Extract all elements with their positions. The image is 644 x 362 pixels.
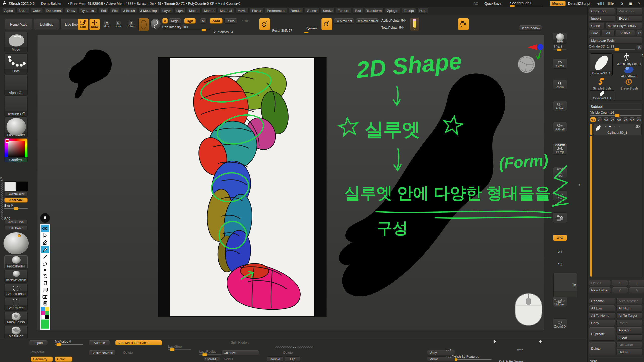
swatch-yellow[interactable]: [45, 307, 49, 311]
del-all-button[interactable]: Del All: [616, 349, 643, 355]
stroke-icon-button[interactable]: S: [259, 18, 270, 30]
make-polymesh3d-button[interactable]: Make PolyMesh3D: [606, 23, 643, 29]
camera-icon-button[interactable]: B: [458, 18, 469, 30]
line-tool-icon[interactable]: [41, 253, 49, 260]
menu-zscript[interactable]: Zscript: [402, 8, 416, 14]
menu-color[interactable]: Color: [31, 8, 43, 14]
cylinder-small-tool[interactable]: Cylinder3D_1: [590, 90, 614, 100]
menu-jmodeling[interactable]: J-Modeling: [138, 8, 159, 14]
panel-collapse-left-icon[interactable]: ◀ǁǁǁ: [597, 2, 604, 6]
replay-last-button[interactable]: ReplayLast: [334, 18, 354, 24]
screenshot-camera-icon[interactable]: [41, 293, 49, 300]
append-button[interactable]: Append: [616, 327, 643, 333]
eye-icon[interactable]: [41, 225, 49, 232]
menu-draw[interactable]: Draw: [65, 8, 77, 14]
close-icon[interactable]: ×: [638, 1, 640, 6]
color-sphere[interactable]: [4, 232, 29, 254]
deep-shadow-button[interactable]: DeepShadow: [519, 25, 542, 31]
lazystep-slider[interactable]: LazyStep: [168, 345, 191, 350]
material-thumbnail[interactable]: FastShader: [4, 117, 28, 138]
brush-slot-masklasso[interactable]: MaskLasso: [4, 312, 28, 325]
geometry-button[interactable]: Geometry: [31, 356, 53, 362]
texture-on-button[interactable]: Texture On: [554, 299, 568, 306]
export-button[interactable]: Export: [616, 15, 643, 22]
polish-features-toggle[interactable]: [494, 340, 496, 343]
subtool-tab-v3[interactable]: V3: [603, 117, 609, 122]
zsub-button[interactable]: Zsub: [224, 18, 237, 24]
actual-button[interactable]: x1 Actual: [553, 101, 567, 111]
auto-mask-fibermesh-button[interactable]: Auto Mask FiberMesh: [115, 340, 162, 345]
mrgb-button[interactable]: Mrgb: [169, 18, 181, 24]
brush-slot-selectrect[interactable]: SelectRect: [4, 298, 28, 311]
see-through-slider[interactable]: See-through 0: [510, 1, 543, 6]
alpha-thumbnail[interactable]: Alpha Off: [4, 75, 28, 96]
spix-slider[interactable]: SPix 3: [553, 45, 567, 50]
menu-light[interactable]: Light: [174, 8, 186, 14]
all-to-target-button[interactable]: All To Target: [616, 312, 643, 319]
polypaint-half-icon[interactable]: ◐: [614, 124, 616, 128]
menu-layer[interactable]: Layer: [160, 8, 173, 14]
material-slot-basicmaterial[interactable]: BasicMaterialB: [4, 270, 28, 283]
subtool-item[interactable]: ▾ ● ◐ ◑ Cylinder3D_1: [593, 124, 641, 135]
visibility-eye-icon[interactable]: [635, 125, 640, 128]
material-slot-fastshader[interactable]: FastShader: [4, 255, 28, 269]
alternate-button[interactable]: Alternate: [4, 198, 28, 203]
double-button[interactable]: Double: [267, 356, 283, 362]
menu-brush[interactable]: Brush: [16, 8, 29, 14]
polypaint-on-icon[interactable]: ●: [609, 124, 611, 128]
eraser-icon[interactable]: [41, 260, 49, 267]
swatch-green[interactable]: [45, 311, 49, 315]
subtool-scrollbar-track[interactable]: [590, 136, 592, 277]
tray-collapse-icon[interactable]: ▶◀: [1, 176, 3, 182]
zcut-button[interactable]: Zcut: [242, 19, 248, 23]
zadd-button[interactable]: Zadd: [210, 18, 223, 24]
timer-off-icon[interactable]: [41, 239, 49, 246]
menu-file[interactable]: File: [110, 8, 120, 14]
gravity-pencil-icon[interactable]: [410, 18, 419, 31]
zscript-button[interactable]: DefaultZScript: [568, 2, 590, 6]
scroll-button[interactable]: Scroll: [553, 59, 567, 69]
swatch-white[interactable]: [41, 315, 45, 319]
alphabrush-tool[interactable]: AlphaBrush: [614, 66, 644, 78]
minimize-icon[interactable]: ⊻: [621, 2, 624, 6]
goz-all-button[interactable]: All: [601, 30, 615, 36]
accucurve-button[interactable]: AccuCurve: [4, 220, 28, 225]
panel-collapse-right-icon[interactable]: ǁǁǁ▶: [607, 2, 614, 6]
color-palette[interactable]: [41, 307, 49, 319]
subtool-tab-v1[interactable]: V1: [590, 117, 596, 122]
zoom-button[interactable]: Zoom: [553, 80, 567, 90]
subtool-tab-v7[interactable]: V7: [629, 117, 635, 122]
surface-button[interactable]: Surface: [89, 340, 110, 345]
menu-macro[interactable]: Macro: [187, 8, 201, 14]
menu-texture[interactable]: Texture: [336, 8, 351, 14]
import-button[interactable]: Import: [589, 15, 615, 22]
lightbox-tools-button[interactable]: Lightbox▶Tools: [589, 37, 643, 43]
delete-layer-button[interactable]: Delete: [123, 351, 133, 354]
menu-dynamics[interactable]: Dynamics: [78, 8, 97, 14]
delete-button[interactable]: Delete: [589, 342, 615, 355]
restore-icon[interactable]: ▣: [629, 2, 632, 6]
stroke-thumbnail[interactable]: Dots: [4, 53, 28, 74]
brush-slot-maskpen[interactable]: MaskPen: [4, 326, 28, 339]
unify-xyz-label[interactable]: X Y Z: [446, 349, 451, 351]
document-canvas[interactable]: 2D Shape 실루엣 (Form) 실루엣 안에 다양한 형태들을 구성: [30, 33, 552, 339]
backfacemask-button[interactable]: BackfaceMask: [89, 350, 116, 355]
dynamic-toggle[interactable]: Dynamic: [306, 27, 318, 30]
pen-icon[interactable]: [41, 246, 49, 253]
rgb-intensity-slider[interactable]: Rgb Intensity 100: [162, 25, 210, 30]
active-tool-slider[interactable]: Cylinder3D_1. 33: [589, 44, 635, 50]
subtool-expand-icon[interactable]: ▾: [605, 124, 606, 128]
subtool-tab-v8[interactable]: V8: [636, 117, 641, 122]
paste-tool-button[interactable]: Paste Tool: [616, 8, 643, 14]
swatch-magenta[interactable]: [41, 311, 45, 315]
undo-icon[interactable]: [41, 273, 49, 279]
secondary-color-swatch[interactable]: [16, 182, 28, 191]
all-low-button[interactable]: All Low: [589, 305, 615, 311]
mirror-xyz-label[interactable]: X Y Z: [446, 356, 451, 358]
import-texture-button[interactable]: Import: [29, 340, 48, 345]
xyz-rotation-button[interactable]: XYZ: [553, 235, 567, 241]
clipboard-icon[interactable]: [41, 300, 49, 306]
projectall-button[interactable]: ProjectAll: [31, 350, 45, 354]
menu-material[interactable]: Material: [218, 8, 234, 14]
subtool-tab-v4[interactable]: V4: [610, 117, 616, 122]
